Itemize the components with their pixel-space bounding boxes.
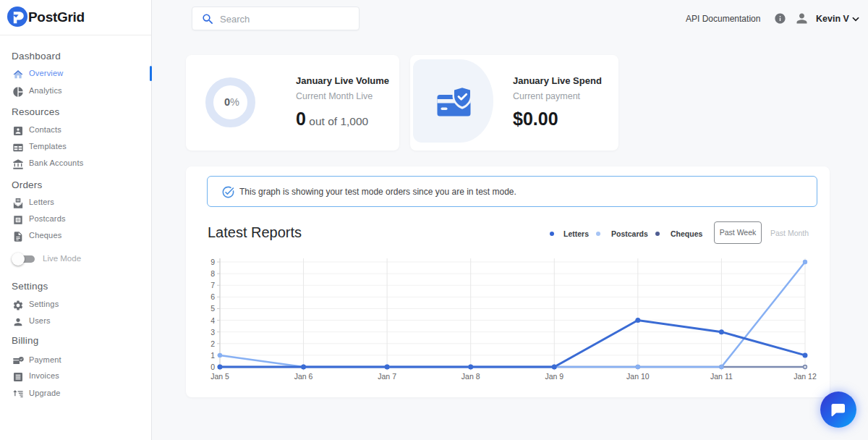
svg-text:Jan 9: Jan 9 (545, 372, 563, 381)
svg-text:Jan 11: Jan 11 (710, 372, 733, 381)
svg-text:Jan 10: Jan 10 (626, 372, 650, 381)
svg-text:3: 3 (210, 328, 215, 337)
svg-text:9: 9 (210, 258, 215, 266)
svg-text:1: 1 (210, 351, 215, 360)
svg-text:4: 4 (210, 316, 215, 325)
svg-text:Jan 12: Jan 12 (793, 372, 817, 381)
svg-text:Jan 6: Jan 6 (294, 372, 313, 381)
svg-text:6: 6 (210, 292, 215, 301)
svg-text:Jan 7: Jan 7 (378, 372, 396, 381)
svg-text:Jan 8: Jan 8 (461, 372, 480, 381)
svg-text:0: 0 (210, 363, 215, 371)
svg-text:7: 7 (210, 281, 215, 289)
svg-text:2: 2 (210, 339, 215, 348)
svg-text:Jan 5: Jan 5 (210, 372, 229, 381)
svg-text:8: 8 (210, 269, 215, 278)
svg-text:5: 5 (210, 304, 215, 313)
